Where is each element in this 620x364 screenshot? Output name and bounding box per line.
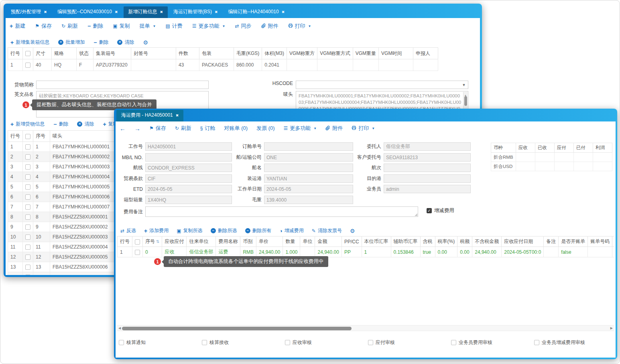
row-checkbox[interactable] [25,235,30,240]
gear-icon[interactable]: ⚙ [350,228,355,234]
clear-container-button[interactable]: ✕清除 [117,39,134,46]
container-table-row[interactable]: 1 40 HQ F APZU3779320 43 PACKAGES 860.00… [8,59,438,71]
marks-textarea[interactable]: FBA17YMHK0HLU000001;FBA17YMHK0HLU000002;… [296,91,468,111]
audit-checkbox[interactable] [368,340,373,345]
new-button[interactable]: +新建 [10,22,25,30]
sync-button[interactable]: ⇄同步 [235,22,252,30]
close-icon[interactable]: ✖ [215,10,218,14]
delete-container-button[interactable]: −删除 [94,39,108,46]
route-input[interactable] [145,164,232,172]
audit-checkbox[interactable] [119,340,124,345]
fee-remark-textarea[interactable] [145,206,418,217]
clear-cargo-button[interactable]: ✕清除 [77,121,94,127]
row-checkbox[interactable] [25,224,30,230]
batch-add-button[interactable]: +批量增加 [58,39,85,46]
vessel-input[interactable] [264,164,353,172]
more-functions-button[interactable]: ☰更多功能▼ [284,125,317,132]
hscode-select[interactable]: ▼ [296,81,468,89]
close-icon[interactable]: ✖ [282,10,285,14]
statement-button[interactable]: 对账单 (0) [224,125,248,132]
carrier-input[interactable] [264,153,353,162]
row-checkbox[interactable] [25,204,30,210]
attachment-button[interactable]: 附件 [325,125,343,132]
resize-handle[interactable] [415,213,417,216]
save-button[interactable]: ⚑保存 [35,22,52,30]
audit-checkbox[interactable] [202,340,207,345]
fee-table-row[interactable]: 1 0 应收 佰信业务部 运费 RMB 24,940.00 1.000 24,9… [118,247,614,257]
add-fee-button[interactable]: +添加费用 [144,227,169,234]
mbl-no-input[interactable] [145,153,232,162]
close-icon[interactable]: ✖ [160,10,163,14]
more-functions-button[interactable]: ☰更多功能▼ [192,22,226,30]
print-button[interactable]: 打印▼ [352,125,375,132]
audit-checkbox[interactable] [285,340,290,345]
attachment-button[interactable]: 附件 [261,22,278,30]
pol-input[interactable] [264,174,353,183]
back-arrow-icon[interactable]: ← [120,125,126,132]
scroll-right-icon[interactable]: ▶ [610,326,613,330]
audit-checkbox[interactable] [451,340,456,345]
row-checkbox[interactable] [25,164,30,170]
chevron-down-icon[interactable]: ▼ [461,82,467,88]
row-checkbox[interactable] [25,255,30,260]
booking-link-button[interactable]: §订舱 [200,125,215,132]
copy-button[interactable]: ▣复制 [113,22,130,30]
voyage-input[interactable] [384,164,471,172]
close-icon[interactable]: ✖ [176,113,179,117]
column-header-sortable[interactable]: 序号⇅ [143,237,162,247]
etd-input[interactable] [145,185,232,193]
row-checkbox[interactable] [25,265,30,270]
invert-selection-button[interactable]: ⇄反选 [120,227,136,234]
bl-menu-button[interactable]: 提单▼ [140,22,156,30]
row-checkbox[interactable] [25,214,30,220]
copy-selected-button[interactable]: ▣复制所选 [177,227,202,234]
forward-arrow-icon[interactable]: → [134,125,140,132]
pod-input[interactable] [384,174,471,183]
row-checkbox[interactable] [25,184,30,190]
cargo-short-name-input[interactable] [36,81,209,89]
delete-selected-button[interactable]: −删除所选 [211,227,237,234]
job-no-input[interactable] [145,142,232,151]
audit-checkbox[interactable] [534,340,539,345]
row-checkbox[interactable] [25,154,30,160]
close-icon[interactable]: ✖ [44,10,47,14]
select-all-checkbox[interactable] [25,134,30,139]
refresh-button[interactable]: ↻刷新 [175,125,191,132]
row-checkbox[interactable] [25,275,30,275]
sales-input[interactable] [384,185,471,193]
billing-button[interactable]: ▤计费 [165,22,182,30]
add-container-button[interactable]: +新增集装箱信息 [10,39,49,46]
tab-sea-booking-manage[interactable]: 海运订舱管理(BS) ✖ [169,6,223,18]
ctn-qty-input[interactable] [145,196,232,204]
booking-no-input[interactable] [264,142,353,151]
tab-edit-booking[interactable]: 编辑订舱--HA24040010 ✖ [224,6,290,18]
job-date-input[interactable] [264,185,353,193]
row-checkbox[interactable] [25,63,30,68]
close-icon[interactable]: ✖ [115,10,118,14]
row-checkbox[interactable] [25,245,30,250]
client-ref-input[interactable] [384,153,471,162]
scroll-left-icon[interactable]: ◀ [118,326,121,330]
add-cargo-button[interactable]: +新增货物信息 [10,121,45,127]
scrollbar-thumb[interactable] [464,96,467,106]
save-button[interactable]: ⚑保存 [149,125,166,132]
client-input[interactable] [384,142,471,151]
row-checkbox[interactable] [25,194,30,200]
row-checkbox[interactable] [135,250,140,255]
trade-terms-input[interactable] [145,174,232,183]
adjust-fee-button[interactable]: ◑增减费用 [280,227,304,234]
tab-prematch-manage[interactable]: 预配/外配管理 ✖ [6,6,52,18]
adjust-fee-checkbox[interactable]: ✓ [427,208,432,213]
delete-cargo-button[interactable]: −删除 [53,121,68,127]
tab-edit-prematch[interactable]: 编辑预配--CON24030010 ✖ [53,6,123,18]
gear-icon[interactable]: ⚙ [143,39,148,46]
refresh-button[interactable]: ↻刷新 [61,22,78,30]
scrollbar-thumb[interactable] [122,327,352,330]
row-checkbox[interactable] [25,144,30,150]
clear-invoice-no-button[interactable]: ✎清除发票号 [312,227,342,234]
tab-new-booking[interactable]: 新增订舱信息 ✖ [124,6,168,18]
delete-all-button[interactable]: −删除所有 [245,227,272,234]
delete-button[interactable]: −删除 [87,22,103,30]
invoice-button[interactable]: 发票 (0) [256,125,275,132]
horizontal-scrollbar[interactable]: ◀ ▶ [117,325,614,331]
